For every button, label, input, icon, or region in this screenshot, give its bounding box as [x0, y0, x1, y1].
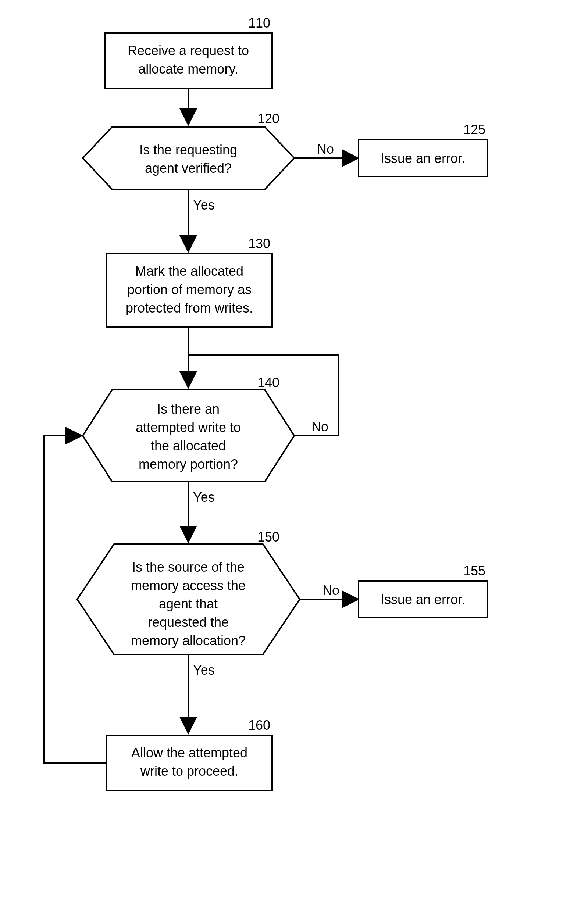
svg-rect-1 — [105, 33, 272, 88]
node-140: 140 Is there an attempted write to the a… — [83, 375, 294, 482]
svg-text:memory access the: memory access the — [131, 578, 246, 593]
svg-text:125: 125 — [463, 122, 485, 137]
svg-text:the allocated: the allocated — [151, 438, 226, 454]
edge-yes: Yes — [193, 490, 215, 505]
svg-text:requested the: requested the — [148, 615, 229, 630]
svg-text:150: 150 — [257, 529, 279, 545]
node-110: 110 Receive a request to allocate memory… — [105, 16, 272, 88]
svg-text:160: 160 — [248, 718, 270, 733]
svg-text:Receive a request to: Receive a request to — [128, 43, 249, 58]
node-155: 155 Issue an error. — [359, 563, 487, 618]
node-150: 150 Is the source of the memory access t… — [77, 529, 300, 654]
svg-text:Issue an error.: Issue an error. — [381, 151, 465, 166]
svg-text:110: 110 — [248, 16, 270, 30]
svg-marker-6 — [83, 127, 294, 189]
svg-text:allocate memory.: allocate memory. — [138, 61, 238, 77]
flowchart: 110 Receive a request to allocate memory… — [0, 0, 588, 907]
edge-no: No — [322, 583, 340, 598]
svg-text:Allow the attempted: Allow the attempted — [131, 745, 247, 760]
svg-text:Is the source of the: Is the source of the — [132, 559, 245, 575]
svg-text:Mark the allocated: Mark the allocated — [135, 264, 244, 279]
edge-yes: Yes — [193, 662, 215, 678]
node-130: 130 Mark the allocated portion of memory… — [107, 236, 272, 327]
svg-text:memory portion?: memory portion? — [139, 457, 238, 472]
svg-text:155: 155 — [463, 563, 485, 578]
svg-text:attempted write to: attempted write to — [136, 420, 241, 435]
svg-text:agent that: agent that — [159, 596, 218, 611]
svg-text:Issue an error.: Issue an error. — [381, 592, 465, 607]
svg-text:120: 120 — [257, 111, 279, 126]
node-125: 125 Issue an error. — [359, 122, 487, 176]
svg-text:130: 130 — [248, 236, 270, 251]
svg-text:140: 140 — [257, 375, 279, 390]
svg-rect-40 — [107, 735, 272, 790]
node-160: 160 Allow the attempted write to proceed… — [107, 718, 272, 790]
svg-text:write to proceed.: write to proceed. — [140, 764, 238, 779]
svg-text:agent verified?: agent verified? — [145, 161, 232, 176]
edge-no: No — [317, 141, 334, 157]
edge-yes: Yes — [193, 197, 215, 213]
svg-text:Is the requesting: Is the requesting — [139, 142, 237, 157]
svg-text:portion of memory as: portion of memory as — [127, 282, 252, 297]
svg-text:Is there an: Is there an — [157, 401, 219, 417]
svg-text:memory allocation?: memory allocation? — [131, 633, 246, 648]
svg-text:protected from writes.: protected from writes. — [126, 300, 253, 316]
edge-no: No — [311, 419, 328, 434]
